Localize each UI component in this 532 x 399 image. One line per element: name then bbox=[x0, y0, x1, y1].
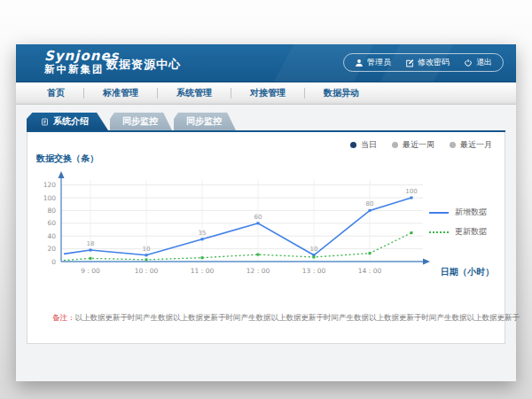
x-axis-title: 日期（小时） bbox=[441, 266, 494, 278]
edit-icon bbox=[405, 59, 414, 67]
content-panel: 当日最近一周最近一月 数据交换（条） 0204060801001209 : 00… bbox=[27, 132, 505, 344]
tab-label: 同步监控 bbox=[122, 115, 158, 128]
svg-text:80: 80 bbox=[366, 200, 374, 207]
nav-item-3[interactable]: 对接管理 bbox=[231, 87, 304, 99]
power-icon bbox=[464, 59, 473, 67]
tab-2[interactable]: 同步监控 bbox=[174, 113, 236, 130]
svg-text:120: 120 bbox=[43, 181, 57, 189]
tab-0[interactable]: 系统介绍 bbox=[27, 113, 108, 130]
line-chart: 0204060801001209 : 0010 : 0011 : 0012 : … bbox=[35, 169, 451, 302]
svg-text:60: 60 bbox=[254, 214, 262, 221]
svg-text:0: 0 bbox=[51, 258, 56, 266]
nav-item-1[interactable]: 标准管理 bbox=[84, 87, 157, 99]
content-wrap: 系统介绍同步监控同步监控 当日最近一周最近一月 数据交换（条） 02040608… bbox=[27, 105, 505, 344]
svg-text:13 : 00: 13 : 00 bbox=[302, 267, 326, 275]
nav-item-4[interactable]: 数据异动 bbox=[305, 87, 378, 99]
user-action-label: 管理员 bbox=[367, 57, 391, 68]
svg-text:10: 10 bbox=[310, 246, 318, 253]
user-actions-group: 管理员修改密码退出 bbox=[343, 53, 504, 72]
svg-text:11 : 00: 11 : 00 bbox=[191, 267, 215, 275]
user-action-logout[interactable]: 退出 bbox=[464, 57, 492, 68]
radio-dot-icon bbox=[350, 142, 356, 148]
svg-text:14 : 00: 14 : 00 bbox=[358, 267, 382, 275]
nav-item-2[interactable]: 系统管理 bbox=[158, 87, 231, 99]
footnote-text: 以上数据更新于时间产生数据以上数据更新于时间产生数据以上数据更新于时间产生数据以… bbox=[75, 313, 520, 322]
app-header: Synjones 新中新集团 数据资源中心 管理员修改密码退出 bbox=[16, 44, 516, 82]
user-action-label: 修改密码 bbox=[418, 57, 450, 68]
legend-label: 新增数据 bbox=[455, 207, 487, 218]
svg-text:9 : 00: 9 : 00 bbox=[81, 267, 100, 275]
tab-bar: 系统介绍同步监控同步监控 bbox=[27, 105, 505, 132]
legend-line-sample bbox=[429, 212, 449, 214]
user-action-change-password[interactable]: 修改密码 bbox=[405, 57, 450, 68]
filter-label: 最近一周 bbox=[403, 139, 434, 151]
svg-text:10: 10 bbox=[143, 246, 151, 253]
filter-label: 最近一月 bbox=[460, 139, 492, 151]
doc-icon bbox=[41, 118, 49, 126]
filter-label: 当日 bbox=[361, 139, 377, 151]
svg-text:80: 80 bbox=[47, 207, 56, 215]
app-window: Synjones 新中新集团 数据资源中心 管理员修改密码退出 首页标准管理系统… bbox=[0, 0, 532, 399]
radio-dot-icon bbox=[450, 142, 456, 148]
range-filter-group: 当日最近一周最近一月 bbox=[350, 139, 492, 151]
footnote: 备注：以上数据更新于时间产生数据以上数据更新于时间产生数据以上数据更新于时间产生… bbox=[52, 313, 520, 324]
tab-label: 系统介绍 bbox=[53, 115, 89, 128]
tab-1[interactable]: 同步监控 bbox=[110, 113, 172, 130]
radio-dot-icon bbox=[392, 142, 398, 148]
legend-line-sample bbox=[429, 231, 449, 233]
nav-item-0[interactable]: 首页 bbox=[28, 87, 83, 99]
filter-option-1[interactable]: 最近一周 bbox=[392, 139, 434, 151]
user-action-account[interactable]: 管理员 bbox=[355, 57, 391, 68]
y-axis-title: 数据交换（条） bbox=[36, 153, 98, 165]
legend-label: 更新数据 bbox=[455, 226, 487, 238]
svg-text:60: 60 bbox=[47, 219, 56, 227]
legend-item-1: 更新数据 bbox=[429, 226, 487, 238]
svg-text:20: 20 bbox=[47, 245, 56, 253]
svg-text:10 : 00: 10 : 00 bbox=[135, 267, 159, 275]
svg-text:18: 18 bbox=[87, 240, 95, 247]
page-title: 数据资源中心 bbox=[106, 57, 181, 73]
svg-text:12 : 00: 12 : 00 bbox=[246, 267, 270, 275]
page: Synjones 新中新集团 数据资源中心 管理员修改密码退出 首页标准管理系统… bbox=[16, 44, 516, 381]
filter-option-0[interactable]: 当日 bbox=[350, 139, 377, 151]
svg-text:100: 100 bbox=[405, 188, 417, 195]
footnote-label: 备注： bbox=[52, 313, 75, 322]
svg-text:100: 100 bbox=[43, 194, 57, 202]
svg-text:35: 35 bbox=[199, 230, 207, 237]
legend-item-0: 新增数据 bbox=[429, 207, 487, 218]
filter-option-2[interactable]: 最近一月 bbox=[450, 139, 492, 151]
svg-text:40: 40 bbox=[47, 232, 56, 240]
chart-legend: 新增数据更新数据 bbox=[429, 207, 487, 238]
main-nav: 首页标准管理系统管理对接管理数据异动 bbox=[16, 82, 516, 105]
tab-label: 同步监控 bbox=[186, 115, 222, 128]
user-icon bbox=[355, 59, 364, 67]
user-action-label: 退出 bbox=[476, 57, 492, 68]
